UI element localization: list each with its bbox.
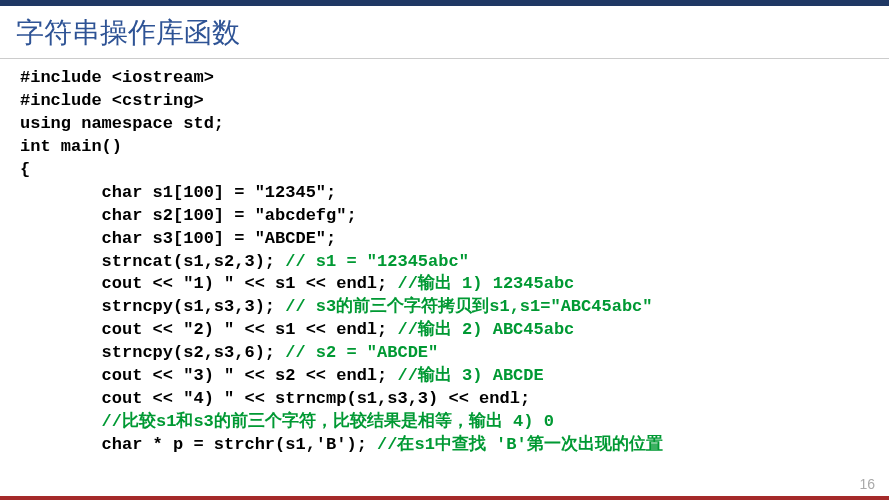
code-line: cout << "2) " << s1 << endl; //输出 2) ABC… [20,319,869,342]
code-text: cout << "2) " << s1 << endl; [20,320,397,339]
code-line: //比较s1和s3的前三个字符，比较结果是相等，输出 4) 0 [20,411,869,434]
code-text: char s3[100] = "ABCDE"; [20,229,336,248]
code-comment: //输出 2) ABC45abc [397,320,574,339]
code-line: int main() [20,136,869,159]
code-comment: //在s1中查找 'B'第一次出现的位置 [377,435,663,454]
code-text: strncpy(s1,s3,3); [20,297,285,316]
code-line: cout << "1) " << s1 << endl; //输出 1) 123… [20,273,869,296]
code-line: char s1[100] = "12345"; [20,182,869,205]
code-text: strncat(s1,s2,3); [20,252,285,271]
code-comment: // s2 = "ABCDE" [285,343,438,362]
code-line: strncpy(s1,s3,3); // s3的前三个字符拷贝到s1,s1="A… [20,296,869,319]
code-text: strncpy(s2,s3,6); [20,343,285,362]
code-line: { [20,159,869,182]
code-text: { [20,160,30,179]
slide-title: 字符串操作库函数 [0,6,889,59]
bottom-bar [0,496,889,500]
code-line: using namespace std; [20,113,869,136]
code-line: cout << "4) " << strncmp(s1,s3,3) << end… [20,388,869,411]
code-line: #include <cstring> [20,90,869,113]
code-text: #include <iostream> [20,68,214,87]
code-line: strncpy(s2,s3,6); // s2 = "ABCDE" [20,342,869,365]
code-text: using namespace std; [20,114,224,133]
code-text: char s1[100] = "12345"; [20,183,336,202]
code-text: char s2[100] = "abcdefg"; [20,206,357,225]
code-line: strncat(s1,s2,3); // s1 = "12345abc" [20,251,869,274]
code-comment: //比较s1和s3的前三个字符，比较结果是相等，输出 4) 0 [20,412,554,431]
code-line: cout << "3) " << s2 << endl; //输出 3) ABC… [20,365,869,388]
code-text: #include <cstring> [20,91,204,110]
code-text: cout << "4) " << strncmp(s1,s3,3) << end… [20,389,530,408]
code-comment: // s1 = "12345abc" [285,252,469,271]
code-line: #include <iostream> [20,67,869,90]
code-line: char s3[100] = "ABCDE"; [20,228,869,251]
code-text: cout << "3) " << s2 << endl; [20,366,397,385]
code-text: cout << "1) " << s1 << endl; [20,274,397,293]
code-text: int main() [20,137,122,156]
code-comment: // s3的前三个字符拷贝到s1,s1="ABC45abc" [285,297,652,316]
code-line: char * p = strchr(s1,'B'); //在s1中查找 'B'第… [20,434,869,457]
page-number: 16 [859,476,875,492]
code-line: char s2[100] = "abcdefg"; [20,205,869,228]
code-text: char * p = strchr(s1,'B'); [20,435,377,454]
code-comment: //输出 1) 12345abc [397,274,574,293]
code-comment: //输出 3) ABCDE [397,366,543,385]
code-block: #include <iostream>#include <cstring>usi… [0,59,889,465]
